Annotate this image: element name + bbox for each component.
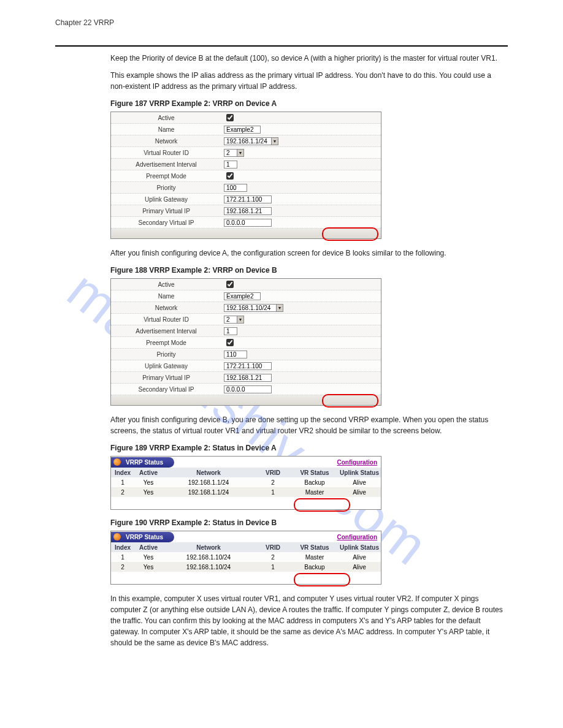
secondary-vip-input[interactable] xyxy=(224,219,272,227)
col-vrid: VRID xyxy=(255,544,291,551)
highlight-oval xyxy=(294,573,350,586)
label-preempt: Preempt Mode xyxy=(111,173,221,180)
cell-active: Yes xyxy=(134,479,163,486)
highlight-oval xyxy=(294,498,350,512)
figure-190-caption: Figure 190 VRRP Example 2: Status in Dev… xyxy=(110,518,508,527)
label-vrid: Virtual Router ID xyxy=(111,316,221,323)
mid-text-1: After you finish configuring device A, t… xyxy=(110,248,508,259)
col-index: Index xyxy=(111,544,134,551)
chevron-down-icon[interactable]: ▼ xyxy=(276,304,283,312)
label-advint: Advertisement Interval xyxy=(111,328,221,335)
col-active: Active xyxy=(134,469,163,476)
col-vr-status: VR Status xyxy=(291,544,338,551)
vrrp-status-device-a: VRRP Status Configuration Index Active N… xyxy=(110,456,381,510)
intro-p1: Keep the Priority of device B at the def… xyxy=(110,53,508,64)
uplink-gateway-input[interactable] xyxy=(224,195,272,203)
col-network: Network xyxy=(163,544,255,551)
cell-uplink: Alive xyxy=(338,564,381,571)
label-network: Network xyxy=(111,305,221,311)
configuration-link[interactable]: Configuration xyxy=(337,459,377,466)
figure-189-caption: Figure 189 VRRP Example 2: Status in Dev… xyxy=(110,444,508,452)
preempt-checkbox[interactable] xyxy=(226,339,234,346)
label-network: Network xyxy=(111,138,221,145)
vrid-select[interactable] xyxy=(224,316,237,324)
col-network: Network xyxy=(163,469,255,476)
vrrp-form-device-b: Active Name Network ▼ Virtual Router ID … xyxy=(110,278,381,406)
name-input[interactable] xyxy=(224,126,261,134)
intro-p2: This example shows the IP alias address … xyxy=(110,70,508,92)
priority-input[interactable] xyxy=(224,184,247,192)
cell-network: 192.168.1.1/24 xyxy=(163,489,255,496)
chevron-down-icon[interactable]: ▼ xyxy=(271,137,278,145)
cell-vrid: 1 xyxy=(255,564,291,571)
cell-vr-status: Backup xyxy=(291,564,338,571)
table-row: 1 Yes 192.168.1.10/24 2 Master Alive xyxy=(111,552,381,562)
vrrp-status-device-b: VRRP Status Configuration Index Active N… xyxy=(110,531,381,585)
cell-vr-status: Master xyxy=(291,554,338,561)
cell-index: 2 xyxy=(111,489,134,496)
header-title: Chapter 22 VRRP xyxy=(55,18,508,27)
secondary-vip-input[interactable] xyxy=(224,385,272,393)
col-vrid: VRID xyxy=(255,469,291,476)
highlight-oval xyxy=(322,394,378,408)
cell-vr-status: Backup xyxy=(291,479,338,486)
network-select[interactable] xyxy=(224,137,272,145)
cell-index: 1 xyxy=(111,479,134,486)
cell-active: Yes xyxy=(134,564,163,571)
outro-text: In this example, computer X uses virtual… xyxy=(110,593,508,648)
configuration-link[interactable]: Configuration xyxy=(337,534,377,540)
uplink-gateway-input[interactable] xyxy=(224,362,272,370)
vrrp-form-device-a: Active Name Network ▼ Virtual Router ID … xyxy=(110,112,381,239)
label-advint: Advertisement Interval xyxy=(111,161,221,168)
network-select[interactable] xyxy=(224,304,277,312)
cell-active: Yes xyxy=(134,489,163,496)
figure-187-caption: Figure 187 VRRP Example 2: VRRP on Devic… xyxy=(110,99,508,108)
label-priority: Priority xyxy=(111,184,221,191)
label-uplink: Uplink Gateway xyxy=(111,196,221,203)
cell-uplink: Alive xyxy=(338,554,381,561)
label-svip: Secondary Virtual IP xyxy=(111,386,221,393)
label-pvip: Primary Virtual IP xyxy=(111,374,221,381)
cell-vrid: 1 xyxy=(255,489,291,496)
cell-index: 2 xyxy=(111,564,134,571)
status-title: VRRP Status xyxy=(111,532,174,542)
cell-vrid: 2 xyxy=(255,554,291,561)
figure-188-caption: Figure 188 VRRP Example 2: VRRP on Devic… xyxy=(110,266,508,275)
name-input[interactable] xyxy=(224,292,261,300)
label-name: Name xyxy=(111,293,221,300)
vrid-select[interactable] xyxy=(224,149,237,157)
label-pvip: Primary Virtual IP xyxy=(111,208,221,214)
chevron-down-icon[interactable]: ▼ xyxy=(237,149,244,157)
label-vrid: Virtual Router ID xyxy=(111,150,221,156)
active-checkbox[interactable] xyxy=(226,114,234,121)
cell-index: 1 xyxy=(111,554,134,561)
cell-uplink: Alive xyxy=(338,489,381,496)
label-active: Active xyxy=(111,281,221,288)
highlight-oval xyxy=(322,227,378,241)
col-active: Active xyxy=(134,544,163,551)
status-title: VRRP Status xyxy=(111,457,174,468)
cell-uplink: Alive xyxy=(338,479,381,486)
primary-vip-input[interactable] xyxy=(224,207,272,215)
cell-network: 192.168.1.1/24 xyxy=(163,479,255,486)
primary-vip-input[interactable] xyxy=(224,374,272,382)
adv-interval-input[interactable] xyxy=(224,327,237,335)
col-index: Index xyxy=(111,469,134,476)
label-active: Active xyxy=(111,115,221,121)
active-checkbox[interactable] xyxy=(226,281,234,288)
label-name: Name xyxy=(111,126,221,133)
adv-interval-input[interactable] xyxy=(224,161,237,169)
priority-input[interactable] xyxy=(224,351,247,358)
col-vr-status: VR Status xyxy=(291,469,338,476)
cell-vr-status: Master xyxy=(291,489,338,496)
cell-active: Yes xyxy=(134,554,163,561)
col-uplink-status: Uplink Status xyxy=(338,544,381,551)
chevron-down-icon[interactable]: ▼ xyxy=(237,316,244,324)
label-uplink: Uplink Gateway xyxy=(111,363,221,370)
label-svip: Secondary Virtual IP xyxy=(111,219,221,226)
table-row: 2 Yes 192.168.1.1/24 1 Master Alive xyxy=(111,487,381,497)
cell-network: 192.168.1.10/24 xyxy=(163,554,255,561)
preempt-checkbox[interactable] xyxy=(226,172,234,180)
label-preempt: Preempt Mode xyxy=(111,339,221,346)
header-rule xyxy=(55,45,508,47)
